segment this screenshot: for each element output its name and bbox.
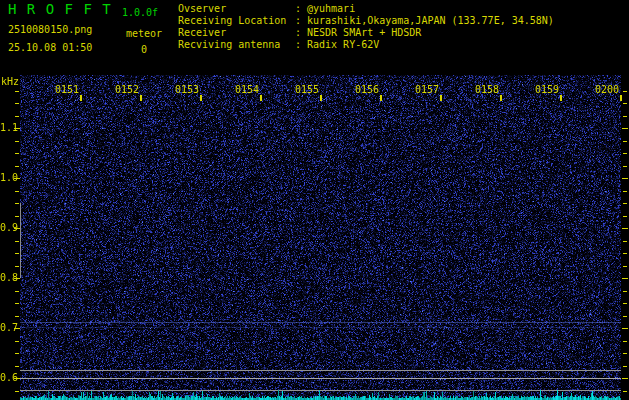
y-major-tick-left bbox=[14, 128, 20, 129]
time-label: 0159 bbox=[535, 84, 559, 96]
y-minor-tick-right bbox=[623, 91, 627, 92]
y-axis-label: 1.1 bbox=[0, 122, 13, 134]
time-label: 0156 bbox=[355, 84, 379, 96]
y-minor-tick-right bbox=[623, 116, 627, 117]
y-minor-tick-right bbox=[623, 141, 627, 142]
time-tick bbox=[560, 95, 562, 101]
y-minor-tick-left bbox=[15, 153, 19, 154]
y-minor-tick-left bbox=[15, 216, 19, 217]
time-tick bbox=[440, 95, 442, 101]
y-minor-tick-right bbox=[623, 203, 627, 204]
y-major-tick-left bbox=[14, 228, 20, 229]
y-minor-tick-right bbox=[623, 303, 627, 304]
y-minor-tick-right bbox=[623, 366, 627, 367]
y-minor-tick-right bbox=[623, 391, 627, 392]
y-minor-tick-right bbox=[623, 103, 627, 104]
time-tick bbox=[320, 95, 322, 101]
time-tick bbox=[80, 95, 82, 101]
y-axis-label: 0.6 bbox=[0, 372, 13, 384]
hrofft-screenshot: { "app": { "title": "H R O F F T", "vers… bbox=[0, 0, 629, 400]
time-label: 0152 bbox=[115, 84, 139, 96]
axes-layer: kHz 1.11.00.90.80.70.6015101520153015401… bbox=[0, 0, 629, 400]
y-major-tick-right bbox=[622, 128, 628, 129]
y-minor-tick-left bbox=[15, 103, 19, 104]
y-minor-tick-left bbox=[15, 303, 19, 304]
time-tick bbox=[260, 95, 262, 101]
y-major-tick-left bbox=[14, 178, 20, 179]
y-major-tick-right bbox=[622, 278, 628, 279]
time-label: 0153 bbox=[175, 84, 199, 96]
y-minor-tick-right bbox=[623, 266, 627, 267]
time-label: 0154 bbox=[235, 84, 259, 96]
y-minor-tick-left bbox=[15, 166, 19, 167]
y-major-tick-right bbox=[622, 178, 628, 179]
y-minor-tick-left bbox=[15, 241, 19, 242]
y-major-tick-left bbox=[14, 378, 20, 379]
y-minor-tick-right bbox=[623, 341, 627, 342]
y-minor-tick-left bbox=[15, 91, 19, 92]
y-minor-tick-left bbox=[15, 266, 19, 267]
y-minor-tick-left bbox=[15, 341, 19, 342]
y-minor-tick-left bbox=[15, 391, 19, 392]
y-major-tick-left bbox=[14, 278, 20, 279]
y-minor-tick-right bbox=[623, 316, 627, 317]
y-minor-tick-left bbox=[15, 141, 19, 142]
y-major-tick-right bbox=[622, 228, 628, 229]
y-minor-tick-right bbox=[623, 191, 627, 192]
y-minor-tick-left bbox=[15, 366, 19, 367]
y-axis-label: 0.8 bbox=[0, 272, 13, 284]
y-minor-tick-right bbox=[623, 291, 627, 292]
time-label: 0157 bbox=[415, 84, 439, 96]
y-minor-tick-right bbox=[623, 216, 627, 217]
y-axis-label: 0.9 bbox=[0, 222, 13, 234]
y-minor-tick-left bbox=[15, 316, 19, 317]
y-minor-tick-right bbox=[623, 241, 627, 242]
y-minor-tick-right bbox=[623, 253, 627, 254]
y-major-tick-right bbox=[622, 328, 628, 329]
y-minor-tick-left bbox=[15, 353, 19, 354]
time-label: 0200 bbox=[595, 84, 619, 96]
y-axis-label: 1.0 bbox=[0, 172, 13, 184]
y-minor-tick-left bbox=[15, 253, 19, 254]
y-major-tick-left bbox=[14, 328, 20, 329]
y-major-tick-right bbox=[622, 378, 628, 379]
y-minor-tick-left bbox=[15, 203, 19, 204]
time-tick bbox=[620, 95, 622, 101]
time-label: 0155 bbox=[295, 84, 319, 96]
time-tick bbox=[140, 95, 142, 101]
y-minor-tick-right bbox=[623, 353, 627, 354]
time-label: 0151 bbox=[55, 84, 79, 96]
y-minor-tick-left bbox=[15, 291, 19, 292]
time-label: 0158 bbox=[475, 84, 499, 96]
time-tick bbox=[380, 95, 382, 101]
y-axis-label: 0.7 bbox=[0, 322, 13, 334]
time-tick bbox=[500, 95, 502, 101]
y-minor-tick-right bbox=[623, 153, 627, 154]
y-axis-unit-label: kHz bbox=[1, 76, 19, 88]
time-tick bbox=[200, 95, 202, 101]
y-minor-tick-left bbox=[15, 116, 19, 117]
y-minor-tick-right bbox=[623, 166, 627, 167]
y-minor-tick-left bbox=[15, 191, 19, 192]
